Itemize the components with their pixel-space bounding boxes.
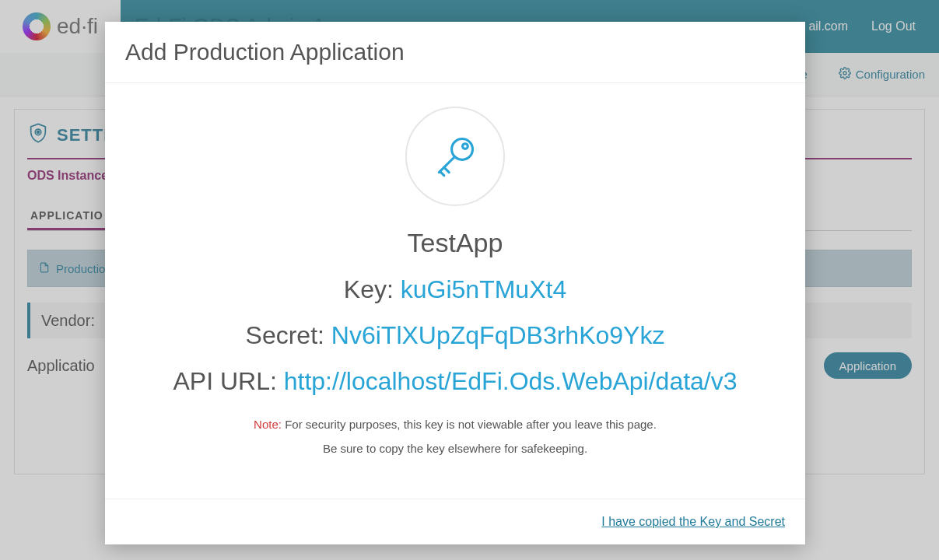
modal-footer: I have copied the Key and Secret bbox=[105, 499, 805, 544]
security-note: Note: For security purposes, this key is… bbox=[254, 418, 657, 431]
key-label: Key: bbox=[344, 275, 394, 303]
key-icon bbox=[431, 132, 479, 180]
note-label: Note: bbox=[254, 418, 282, 431]
secret-label: Secret: bbox=[246, 321, 324, 349]
key-line: Key: kuGi5nTMuXt4 bbox=[344, 275, 566, 304]
svg-point-4 bbox=[463, 144, 468, 149]
security-note-2: Be sure to copy the key elsewhere for sa… bbox=[323, 442, 587, 455]
api-url-label: API URL: bbox=[173, 367, 276, 395]
note-text: For security purposes, this key is not v… bbox=[285, 418, 657, 431]
confirm-copied-link[interactable]: I have copied the Key and Secret bbox=[601, 515, 785, 529]
key-icon-circle bbox=[405, 107, 505, 206]
secret-line: Secret: Nv6iTlXUpZqFqDB3rhKo9Ykz bbox=[246, 321, 665, 350]
add-application-modal: Add Production Application TestApp Key: … bbox=[105, 22, 805, 544]
modal-title: Add Production Application bbox=[105, 22, 805, 83]
api-url-line: API URL: http://localhost/EdFi.Ods.WebAp… bbox=[173, 367, 737, 396]
api-url-value: http://localhost/EdFi.Ods.WebApi/data/v3 bbox=[284, 367, 738, 395]
modal-app-name: TestApp bbox=[408, 228, 503, 258]
key-value: kuGi5nTMuXt4 bbox=[401, 275, 566, 303]
secret-value: Nv6iTlXUpZqFqDB3rhKo9Ykz bbox=[331, 321, 665, 349]
